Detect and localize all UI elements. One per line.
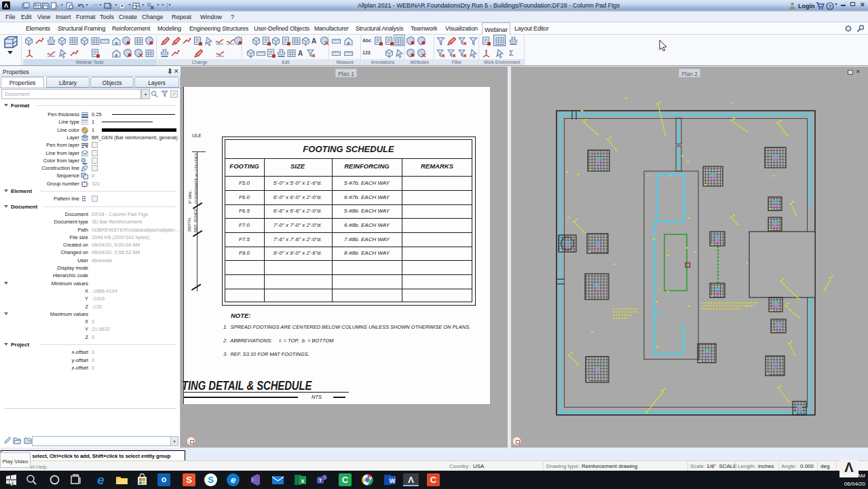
svg-text:T: T	[319, 477, 322, 484]
svg-text:?: ?	[829, 3, 832, 9]
svg-text:x: x	[301, 477, 304, 484]
svg-text:W: W	[390, 477, 396, 484]
